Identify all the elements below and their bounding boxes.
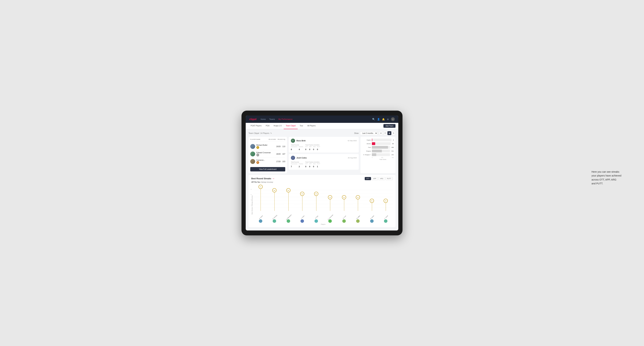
- player-avatar: [356, 219, 360, 223]
- player-avatar: [342, 219, 346, 223]
- annotation-box: Here you can see streaks your players ha…: [592, 170, 630, 185]
- chart-x-label: Total Shots: [362, 159, 394, 160]
- leaderboard-panel: PLAYER NAME PB SCORE PB AVG SQ Richard B…: [248, 137, 287, 173]
- player-avg-2: 107: [282, 153, 285, 155]
- player-avatar: [273, 219, 276, 223]
- rank-badge-3: 3: [256, 161, 259, 164]
- period-select[interactable]: Last 3 months: [360, 131, 378, 135]
- bar-fill: [372, 150, 382, 152]
- streak-vline: [316, 193, 316, 211]
- bar-value: 499: [392, 147, 394, 148]
- x-axis-label: Players: [254, 223, 393, 225]
- putt-josh: 1: [317, 166, 318, 168]
- player-avatar: [287, 219, 290, 223]
- player-avatar: [328, 219, 332, 223]
- putt-rees: 0: [317, 148, 318, 151]
- player-avatar: [370, 219, 374, 223]
- search-icon[interactable]: 🔍: [372, 118, 375, 121]
- view-full-leaderboard-button[interactable]: View Full Leaderboard: [250, 167, 285, 172]
- bar-row-eagles: Eagles 3: [362, 139, 394, 141]
- chart-wrapper: Best Streak, Fairway Accuracy 24687xE. E…: [251, 185, 393, 225]
- tablet-frame: clippd Home Teams My Performance 🔍 👤 🔔 ⊕…: [242, 111, 402, 235]
- user-icon[interactable]: 👤: [377, 118, 380, 121]
- tab-hcaps[interactable]: Hcaps 1-5: [272, 123, 284, 129]
- nav-links: Home Teams My Performance: [260, 117, 372, 121]
- nav-actions: 🔍 👤 🔔 ⊕ U: [372, 117, 395, 121]
- ott-rees: 0: [305, 148, 306, 151]
- list-item: [351, 219, 365, 223]
- streak-vline: [260, 186, 261, 211]
- streaks-section: Best Round Streaks ← OTT APP ARG PUTT Of…: [248, 175, 396, 227]
- settings-view-button[interactable]: ⚙: [392, 131, 396, 135]
- tab-team-clippd[interactable]: Team Clippd: [284, 123, 298, 129]
- streaks-tab-arg[interactable]: ARG: [378, 177, 385, 180]
- y-axis-tick: 2: [251, 204, 252, 206]
- card-avatar-josh: J: [291, 156, 295, 160]
- streak-bubble: 5x: [314, 192, 318, 196]
- bar-row-d.-bogeys-+: D. Bogeys + 131: [362, 153, 394, 156]
- col-pb-avg: PB AVG SQ: [278, 139, 285, 140]
- bar-value: 131: [392, 154, 394, 156]
- app-logo: clippd: [249, 118, 256, 121]
- streaks-tab-putt[interactable]: PUTT: [386, 177, 393, 180]
- card-date-josh: 26 Aug 2023: [348, 157, 357, 159]
- table-row: Richard Butler 1 19/20 110: [250, 143, 285, 150]
- tab-tour[interactable]: Tour: [298, 123, 305, 129]
- tab-pga[interactable]: PGA: [264, 123, 272, 129]
- tournament-val-josh: 7: [291, 166, 292, 168]
- streak-bubble: 4x: [328, 195, 332, 199]
- streak-bubble: 6x: [286, 188, 290, 192]
- streak-bubble: 6x: [272, 188, 276, 192]
- player-count: 14 Players: [260, 132, 269, 134]
- bar-value: 96: [392, 143, 394, 145]
- y-axis-tick: 4: [251, 199, 252, 200]
- team-header: Team Clippd 14 Players ✎ Show Last 3 mon…: [248, 131, 396, 135]
- player-info-3: Cameron... 3: [250, 159, 274, 164]
- player-avatar: [259, 219, 262, 223]
- sub-nav: PGAT Players PGA Hcaps 1-5 Team Clippd T…: [246, 123, 398, 129]
- bar-track: [372, 146, 390, 149]
- player-info-1: Richard Butler 1: [250, 144, 274, 149]
- streaks-tab-ott[interactable]: OTT: [365, 177, 371, 180]
- list-view-button[interactable]: ☰: [383, 131, 387, 135]
- app-josh: 0: [309, 166, 310, 168]
- card-stats-josh: Total Rounds Tournament 7 Practice 2: [291, 161, 357, 168]
- nav-home[interactable]: Home: [260, 117, 266, 121]
- list-item: [296, 219, 310, 223]
- bar-track: [372, 153, 390, 156]
- team-title: Team Clippd 14 Players ✎: [248, 132, 272, 134]
- streaks-tab-app[interactable]: APP: [372, 177, 378, 180]
- player-name-2: Edward Crossman: [256, 152, 271, 154]
- tab-all-players[interactable]: All Players: [305, 123, 318, 129]
- nav-my-performance[interactable]: My Performance: [278, 117, 292, 121]
- bar-value: 311: [392, 150, 394, 152]
- bar-label: D. Bogeys +: [362, 154, 371, 156]
- add-team-button[interactable]: Add Team: [384, 124, 396, 128]
- player-avatar: [314, 219, 318, 223]
- bell-icon[interactable]: 🔔: [382, 118, 385, 121]
- bar-fill: [372, 139, 372, 141]
- streak-bubble: 4x: [356, 195, 360, 199]
- player-avg-1: 110: [282, 146, 285, 148]
- list-item: [282, 219, 296, 223]
- player-name-3: Cameron...: [256, 159, 265, 161]
- avatar-2: [250, 152, 255, 156]
- grid-view-button[interactable]: ⊞: [379, 131, 383, 135]
- tablet-screen: clippd Home Teams My Performance 🔍 👤 🔔 ⊕…: [246, 116, 398, 230]
- ott-josh: 0: [305, 166, 306, 168]
- edit-icon[interactable]: ✎: [270, 132, 272, 134]
- bar-row-birdies: Birdies 96: [362, 142, 394, 145]
- arg-josh: 0: [313, 166, 314, 168]
- list-item: [337, 219, 351, 223]
- streak-bubble: 4x: [342, 195, 346, 199]
- avatar[interactable]: U: [391, 117, 395, 121]
- y-axis-label: Best Streak, Fairway Accuracy: [251, 185, 253, 225]
- tab-pgat-players[interactable]: PGAT Players: [248, 123, 264, 129]
- shots-chart: Eagles 3 Birdies 96 Pars 499 Bogeys 311 …: [362, 139, 394, 158]
- target-icon[interactable]: ⊕: [387, 118, 389, 121]
- card-view-button[interactable]: ▦: [388, 131, 391, 135]
- rank-badge-1: 1: [256, 146, 259, 149]
- bar-track: [372, 142, 390, 145]
- nav-teams[interactable]: Teams: [269, 117, 275, 121]
- bar-chart-panel: Eagles 3 Birdies 96 Pars 499 Bogeys 311 …: [360, 137, 396, 173]
